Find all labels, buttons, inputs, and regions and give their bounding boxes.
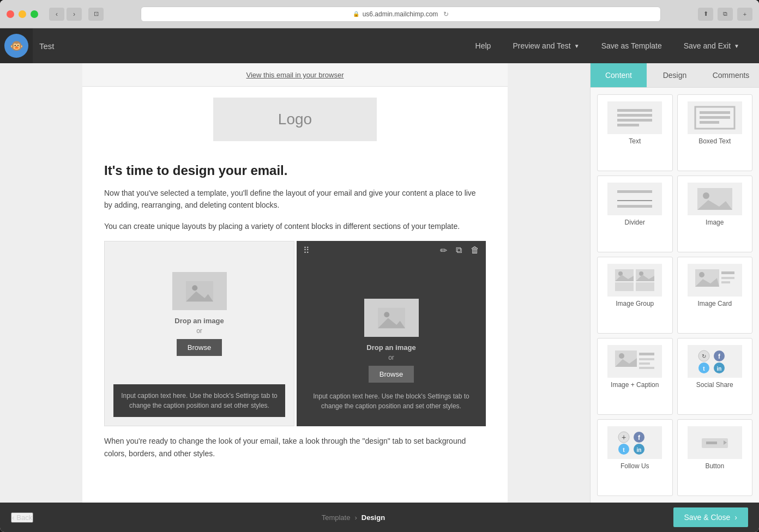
block-button[interactable]: Button — [677, 419, 753, 496]
or-text-left: or — [196, 327, 202, 335]
save-close-arrow-icon: › — [734, 513, 737, 522]
svg-text:in: in — [637, 447, 642, 453]
caption-area-right[interactable]: Input caption text here. Use the block's… — [305, 385, 477, 418]
block-label-image: Image — [706, 219, 724, 226]
svg-rect-26 — [615, 282, 634, 291]
block-image-card[interactable]: Image Card — [677, 257, 753, 334]
drag-icon[interactable]: ⠿ — [303, 245, 310, 256]
block-label-follow-us: Follow Us — [621, 462, 649, 470]
block-divider[interactable]: Divider — [597, 176, 673, 252]
mac-minimize-btn[interactable] — [19, 10, 26, 18]
block-label-image-caption: Image + Caption — [611, 381, 659, 389]
mailchimp-logo: 🐵 — [4, 34, 28, 58]
block-label-social-share: Social Share — [696, 381, 733, 389]
logo-placeholder[interactable]: Logo — [213, 98, 377, 141]
email-preview[interactable]: View this email in your browser Logo It'… — [0, 63, 590, 503]
email-body2: You can create unique layouts by placing… — [104, 220, 486, 232]
block-label-text: Text — [629, 137, 641, 145]
email-preview-inner: View this email in your browser Logo It'… — [82, 63, 508, 503]
mac-back-btn[interactable]: ‹ — [49, 8, 64, 21]
logo-area: 🐵 — [0, 28, 33, 63]
nav-right: Help Preview and Test ▼ Save as Template… — [465, 37, 750, 55]
caption-area-left[interactable]: Input caption text here. Use the block's… — [113, 384, 285, 417]
block-label-button: Button — [705, 462, 724, 470]
content-blocks-grid: Text Boxed Text — [591, 88, 759, 503]
share-icon[interactable]: ⬆ — [698, 8, 713, 21]
duplicate-icon[interactable]: ⧉ — [456, 245, 462, 256]
save-close-btn[interactable]: Save & Close › — [673, 507, 749, 527]
image-icon-right — [378, 306, 405, 330]
svg-rect-11 — [700, 111, 730, 114]
view-browser-link[interactable]: View this email in your browser — [246, 71, 344, 79]
block-social-share[interactable]: ↻ f t in Social Share — [677, 338, 753, 415]
address-bar[interactable]: 🔒 us6.admin.mailchimp.com ↻ — [141, 7, 661, 22]
block-image-caption[interactable]: Image + Caption — [597, 338, 673, 415]
active-block-content: Drop an image or Browse Input caption te… — [305, 250, 477, 418]
edit-icon[interactable]: ✏ — [440, 245, 447, 256]
tab-design[interactable]: Design — [647, 63, 703, 87]
save-exit-caret-icon: ▼ — [734, 43, 739, 49]
help-btn[interactable]: Help — [465, 37, 502, 55]
top-nav: 🐵 Test Help Preview and Test ▼ Save as T… — [0, 28, 759, 63]
block-icon-button — [688, 426, 742, 459]
logo-placeholder-text: Logo — [278, 111, 312, 128]
main-layout: View this email in your browser Logo It'… — [0, 63, 759, 503]
tab-content[interactable]: Content — [591, 63, 647, 87]
svg-text:↻: ↻ — [702, 353, 706, 359]
preview-test-btn[interactable]: Preview and Test ▼ — [502, 37, 590, 55]
app-container: 🐵 Test Help Preview and Test ▼ Save as T… — [0, 28, 759, 532]
svg-point-29 — [699, 272, 704, 277]
lock-icon: 🔒 — [353, 11, 359, 17]
right-sidebar: Content Design Comments — [590, 63, 759, 503]
svg-point-4 — [384, 312, 389, 317]
block-icon-image — [688, 183, 742, 215]
mac-window-btn[interactable]: ⊡ — [88, 8, 104, 21]
svg-rect-6 — [617, 109, 652, 112]
url-text: us6.admin.mailchimp.com — [363, 10, 438, 18]
save-exit-btn[interactable]: Save and Exit ▼ — [673, 37, 750, 55]
add-tab-icon[interactable]: + — [737, 8, 752, 21]
breadcrumb-current: Design — [362, 513, 385, 522]
refresh-icon[interactable]: ↻ — [443, 10, 449, 18]
save-template-btn[interactable]: Save as Template — [591, 37, 673, 55]
mac-maximize-btn[interactable] — [31, 10, 38, 18]
block-image[interactable]: Image — [677, 176, 753, 252]
image-placeholder-left — [172, 272, 227, 310]
svg-rect-9 — [617, 124, 639, 126]
block-image-group[interactable]: Image Group — [597, 257, 673, 334]
image-placeholder-right — [364, 299, 419, 337]
image-blocks-row: Drop an image or Browse Input caption te… — [104, 241, 486, 426]
toolbar-icons: ✏ ⧉ 🗑 — [440, 245, 479, 256]
mac-toolbar-right: ⬆ ⧉ + — [698, 8, 752, 21]
mac-nav-buttons: ‹ › — [49, 8, 82, 21]
image-block-right[interactable]: ⠿ ✏ ⧉ 🗑 — [297, 241, 486, 426]
view-browser-bar: View this email in your browser — [82, 63, 508, 87]
tab-comments[interactable]: Comments — [703, 63, 759, 87]
delete-icon[interactable]: 🗑 — [471, 245, 479, 256]
mac-close-btn[interactable] — [7, 10, 14, 18]
mac-forward-btn[interactable]: › — [67, 8, 82, 21]
block-follow-us[interactable]: + f t in Follow Us — [597, 419, 673, 496]
image-block-left[interactable]: Drop an image or Browse Input caption te… — [104, 241, 294, 426]
image-block-toolbar: ⠿ ✏ ⧉ 🗑 — [297, 241, 486, 260]
browse-btn-right[interactable]: Browse — [369, 366, 414, 383]
drop-image-text-left: Drop an image — [174, 317, 224, 325]
drop-image-text-right: Drop an image — [366, 343, 415, 352]
svg-point-18 — [703, 192, 709, 199]
mac-window: ‹ › ⊡ 🔒 us6.admin.mailchimp.com ↻ ⬆ ⧉ + … — [0, 0, 759, 532]
block-text[interactable]: Text — [597, 94, 673, 171]
svg-rect-14 — [617, 190, 652, 193]
breadcrumb: Template › Design — [33, 513, 673, 522]
email-body1: Now that you've selected a template, you… — [104, 187, 486, 211]
back-btn[interactable]: ‹ Back — [11, 512, 33, 523]
tabs-icon[interactable]: ⧉ — [718, 8, 733, 21]
browse-btn-left[interactable]: Browse — [177, 339, 222, 356]
block-label-boxed-text: Boxed Text — [698, 137, 731, 145]
email-body3: When you're ready to change the look of … — [104, 435, 486, 460]
svg-rect-13 — [700, 121, 719, 124]
block-label-image-group: Image Group — [616, 300, 654, 307]
svg-rect-12 — [700, 116, 730, 119]
block-icon-social-share: ↻ f t in — [688, 345, 742, 378]
block-boxed-text[interactable]: Boxed Text — [677, 94, 753, 171]
svg-point-1 — [192, 285, 197, 291]
